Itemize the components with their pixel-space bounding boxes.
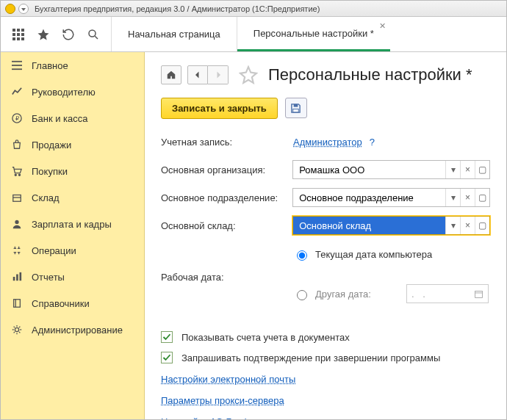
chk-confirm-exit-label: Запрашивать подтверждение при завершении… [181,352,440,363]
sidebar-item-warehouse[interactable]: Склад [1,184,144,211]
titlebar-dropdown-icon[interactable] [18,4,29,14]
clear-icon[interactable]: × [460,189,475,206]
radio-other-label: Другая дата: [315,289,371,300]
gear-icon [11,324,23,336]
bars-icon [11,271,23,283]
menu-icon [11,59,23,71]
open-icon[interactable]: ▢ [475,161,489,178]
help-icon[interactable]: ? [370,137,375,148]
sidebar-item-reports[interactable]: Отчеты [1,264,144,290]
chart-icon [11,86,23,98]
page-title: Персональные настройки * [268,65,472,84]
cart-icon [11,165,23,177]
clear-icon[interactable]: × [460,161,475,178]
dropdown-icon[interactable]: ▾ [445,217,460,234]
link-proxy-settings[interactable]: Параметры прокси-сервера [161,395,284,406]
svg-point-0 [89,30,96,37]
dept-combo[interactable]: ▾ × ▢ [292,188,490,207]
svg-point-17 [15,327,18,331]
favorite-icon[interactable] [239,65,258,84]
sidebar-label: Руководителю [32,87,96,98]
link-bukhphone[interactable]: Настройка 1С-Бухфон [161,416,260,419]
sidebar-label: Операции [32,245,76,256]
sidebar-item-admin[interactable]: Администрирование [1,316,144,343]
sidebar-item-references[interactable]: Справочники [1,290,144,316]
sidebar-label: Зарплата и кадры [32,219,112,230]
radio-other-input[interactable] [297,290,307,300]
radio-current-date[interactable]: Текущая дата компьютера [293,248,432,261]
dropdown-icon[interactable]: ▾ [445,161,460,178]
store-label: Основной склад: [161,220,292,231]
svg-point-7 [15,174,16,175]
account-link[interactable]: Администратор [293,137,362,148]
content: Персональные настройки * Записать и закр… [145,52,506,419]
apps-icon[interactable] [11,27,26,42]
row-account: Учетная запись: Администратор ? [161,132,490,151]
checkbox-show-accounts[interactable] [161,331,173,343]
save-button[interactable] [285,98,307,118]
links-block: Настройки электронной почты Параметры пр… [161,374,490,419]
sidebar-label: Главное [32,60,68,71]
sidebar-item-main[interactable]: Главное [1,52,144,79]
svg-rect-2 [12,61,22,62]
ops-icon [11,245,23,256]
row-show-accounts[interactable]: Показывать счета учета в документах [161,331,490,343]
tab-settings[interactable]: Персональные настройки * ✕ [237,17,390,51]
sidebar-label: Склад [32,192,60,203]
date-input[interactable]: . . [406,284,489,303]
sidebar-item-manager[interactable]: Руководителю [1,79,144,105]
svg-rect-20 [475,291,483,297]
home-button[interactable] [161,65,181,84]
page-header: Персональные настройки * [161,65,490,84]
book-icon [11,297,23,309]
main-area: Главное Руководителю ₽ Банк и касса Прод… [1,52,506,419]
sidebar-label: Продажи [32,140,71,151]
svg-rect-14 [20,272,22,280]
tab-home[interactable]: Начальная страница [112,17,237,51]
open-icon[interactable]: ▢ [475,189,489,206]
clear-icon[interactable]: × [460,217,475,234]
open-icon[interactable]: ▢ [475,217,489,234]
checkbox-confirm-exit[interactable] [161,352,173,363]
calendar-icon [474,289,483,299]
ruble-icon: ₽ [11,112,23,124]
svg-point-11 [15,220,18,224]
org-input[interactable] [293,161,445,178]
sidebar-label: Банк и касса [32,113,88,124]
sidebar-label: Отчеты [32,272,65,283]
sidebar-item-sales[interactable]: Продажи [1,131,144,158]
sidebar-item-purchases[interactable]: Покупки [1,158,144,184]
sidebar-item-hr[interactable]: Зарплата и кадры [1,211,144,237]
search-icon[interactable] [86,27,101,42]
dept-input[interactable] [293,189,445,206]
dept-label: Основное подразделение: [161,192,292,203]
sidebar-item-bank[interactable]: ₽ Банк и касса [1,105,144,131]
toolbar-icons [1,17,112,51]
tab-settings-label: Персональные настройки * [254,28,374,39]
bag-icon [11,139,23,151]
save-close-button[interactable]: Записать и закрыть [161,98,278,119]
radio-current-input[interactable] [297,250,307,261]
row-confirm-exit[interactable]: Запрашивать подтверждение при завершении… [161,352,490,363]
person-icon [11,218,23,230]
history-icon[interactable] [61,27,76,42]
tab-home-label: Начальная страница [128,29,220,40]
store-combo[interactable]: ▾ × ▢ [292,216,490,235]
dropdown-icon[interactable]: ▾ [445,189,460,206]
row-store: Основной склад: ▾ × ▢ [161,216,490,235]
link-email-settings[interactable]: Настройки электронной почты [161,374,295,385]
org-combo[interactable]: ▾ × ▢ [292,160,490,179]
account-label: Учетная запись: [161,137,293,148]
tab-close-icon[interactable]: ✕ [379,21,386,31]
svg-rect-12 [13,277,15,280]
svg-text:₽: ₽ [15,115,19,122]
sidebar-item-operations[interactable]: Операции [1,237,144,264]
radio-other-date[interactable]: Другая дата: . . [293,284,489,303]
sidebar-label: Покупки [32,166,68,177]
back-button[interactable] [187,65,208,84]
star-icon[interactable] [36,27,51,42]
forward-button[interactable] [208,65,229,84]
app-icon [5,4,15,14]
svg-rect-18 [294,104,298,106]
store-input[interactable] [293,217,445,234]
